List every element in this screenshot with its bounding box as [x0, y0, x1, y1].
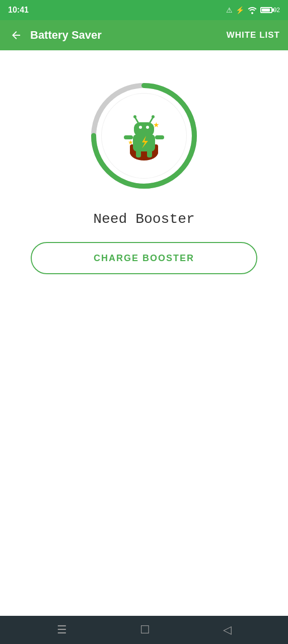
home-nav-icon[interactable]: ☐	[128, 619, 162, 640]
status-bar: 10:41 ⚠ ⚡ 92	[0, 0, 288, 20]
svg-text:★: ★	[153, 121, 160, 129]
svg-rect-15	[147, 149, 152, 157]
battery-icon	[260, 7, 272, 13]
app-title: Battery Saver	[30, 29, 102, 42]
main-content: ★ ★	[0, 50, 288, 616]
bottom-nav: ☰ ☐ ◁	[0, 616, 288, 644]
svg-rect-14	[136, 149, 141, 157]
app-bar-left: Battery Saver	[8, 27, 102, 43]
alert-icon: ⚠	[226, 6, 233, 14]
menu-nav-icon[interactable]: ☰	[45, 619, 79, 640]
status-icons: ⚠ ⚡ 92	[226, 6, 280, 14]
status-time: 10:41	[8, 6, 29, 15]
battery-container: 92	[260, 7, 280, 14]
back-arrow-icon	[10, 29, 22, 41]
svg-rect-4	[133, 134, 155, 151]
robot-mascot: ★ ★	[116, 108, 172, 164]
back-nav-icon[interactable]: ◁	[211, 619, 244, 640]
svg-point-9	[152, 115, 155, 118]
battery-percent: 92	[273, 7, 280, 14]
progress-circle-container: ★ ★	[89, 80, 199, 191]
white-list-button[interactable]: WHITE LIST	[227, 30, 280, 40]
app-bar: Battery Saver WHITE LIST	[0, 20, 288, 50]
svg-point-10	[139, 126, 142, 129]
status-label: Need Booster	[93, 211, 195, 227]
back-button[interactable]	[8, 27, 24, 43]
svg-point-8	[133, 115, 136, 118]
svg-rect-12	[124, 135, 133, 139]
circle-inner: ★ ★	[101, 93, 187, 179]
android-robot-icon: ★ ★	[119, 108, 169, 164]
bolt-icon: ⚡	[236, 6, 244, 14]
svg-rect-13	[155, 135, 164, 139]
svg-point-11	[146, 126, 149, 129]
wifi-icon	[247, 6, 257, 14]
charge-booster-button[interactable]: CHARGE BOOSTER	[31, 242, 257, 274]
battery-fill	[262, 9, 270, 12]
svg-rect-5	[134, 122, 154, 136]
